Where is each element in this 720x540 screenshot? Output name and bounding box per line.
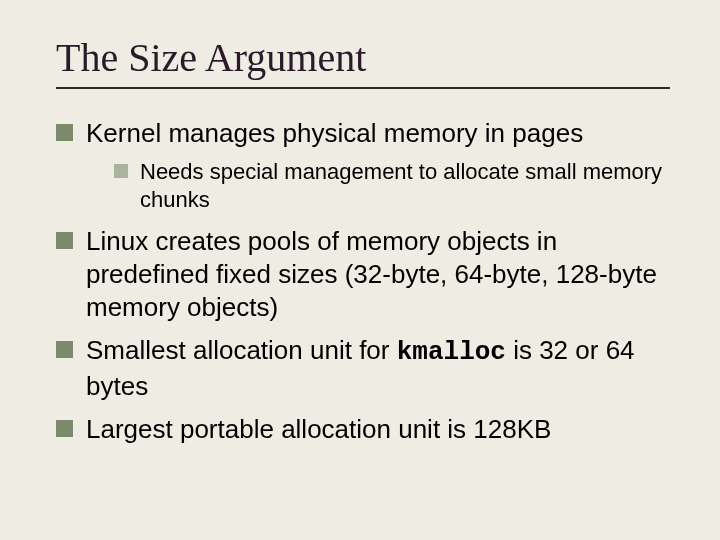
- bullet-text: Smallest allocation unit for: [86, 335, 397, 365]
- bullet-text: Linux creates pools of memory objects in…: [86, 226, 657, 323]
- list-item: Smallest allocation unit for kmalloc is …: [56, 334, 670, 403]
- list-item: Needs special management to allocate sma…: [114, 158, 670, 214]
- code-token: kmalloc: [397, 337, 506, 367]
- bullet-text: Needs special management to allocate sma…: [140, 159, 662, 212]
- bullet-text: Kernel manages physical memory in pages: [86, 118, 583, 148]
- bullet-list: Kernel manages physical memory in pages …: [56, 117, 670, 446]
- list-item: Largest portable allocation unit is 128K…: [56, 413, 670, 446]
- sub-bullet-list: Needs special management to allocate sma…: [86, 158, 670, 214]
- list-item: Kernel manages physical memory in pages …: [56, 117, 670, 215]
- title-rule: [56, 87, 670, 89]
- list-item: Linux creates pools of memory objects in…: [56, 225, 670, 325]
- slide-title: The Size Argument: [56, 34, 670, 81]
- bullet-text: Largest portable allocation unit is 128K…: [86, 414, 551, 444]
